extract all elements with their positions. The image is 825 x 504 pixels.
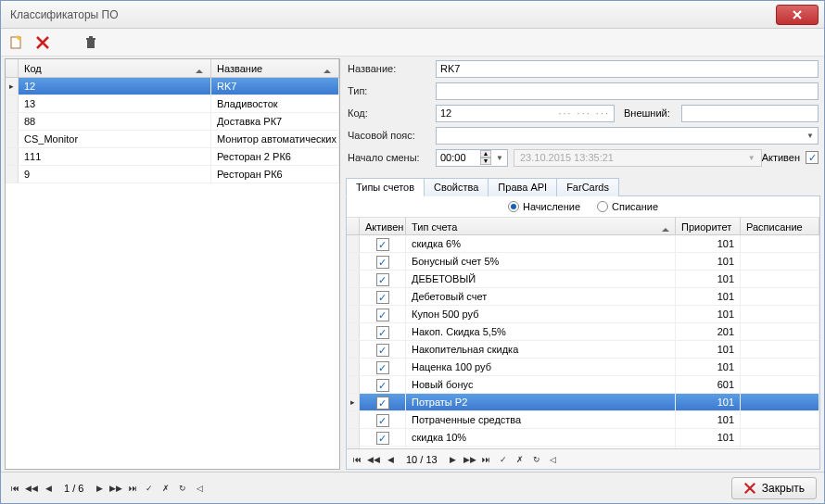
active-checkbox[interactable] (376, 256, 389, 269)
classifier-row[interactable]: 13Владивосток (6, 95, 339, 113)
row-handle (347, 359, 360, 375)
tab-2[interactable]: Права API (488, 178, 557, 196)
pager-refresh-icon[interactable]: ↻ (176, 482, 189, 495)
account-row[interactable]: ДЕБЕТОВЫЙ101 (347, 271, 819, 288)
col-priority[interactable]: Приоритет (676, 218, 741, 234)
pager-filter-icon[interactable]: ◁ (193, 482, 206, 495)
pager-next-icon[interactable]: ▶ (93, 482, 106, 495)
type-field[interactable] (436, 82, 819, 100)
pager-commit-icon[interactable]: ✓ (143, 482, 156, 495)
row-handle (347, 376, 360, 393)
pager-first-icon[interactable]: ⏮ (8, 482, 21, 495)
account-row[interactable]: Новый бонус601 (347, 376, 819, 394)
cell-code: 12 (19, 78, 211, 94)
col-code[interactable]: Код (19, 59, 211, 77)
active-checkbox[interactable] (376, 397, 389, 410)
col-account-type[interactable]: Тип счета (406, 218, 676, 234)
active-checkbox[interactable] (376, 291, 389, 304)
cell-active[interactable] (360, 359, 406, 375)
col-name[interactable]: Название (211, 59, 339, 77)
shift-start-field[interactable]: 00:00 ▲ ▼ ▼ (436, 149, 508, 167)
account-row[interactable]: Купон 500 руб101 (347, 306, 819, 323)
pager-commit-icon[interactable]: ✓ (497, 453, 510, 466)
active-checkbox[interactable] (376, 309, 389, 321)
row-handle (347, 306, 360, 322)
cell-active[interactable] (360, 288, 406, 305)
col-schedule[interactable]: Расписание (741, 218, 819, 234)
name-field[interactable] (436, 60, 819, 78)
cell-type: Накопительная скидка (406, 341, 676, 358)
cell-active[interactable] (360, 271, 406, 287)
classifier-row[interactable]: CS_MonitorМонитор автоматических (6, 131, 339, 148)
active-checkbox[interactable] (376, 344, 389, 357)
classifier-row[interactable]: 111Ресторан 2 РК6 (6, 148, 339, 166)
row-handle (6, 166, 19, 183)
account-row[interactable]: Потраченные средства101 (347, 411, 819, 429)
tab-1[interactable]: Свойства (424, 178, 489, 196)
active-checkbox[interactable] (806, 151, 819, 164)
pager-first-icon[interactable]: ⏮ (350, 453, 363, 466)
pager-refresh-icon[interactable]: ↻ (530, 453, 543, 466)
account-row[interactable]: скидка 10%101 (347, 429, 819, 447)
pager-prev-icon[interactable]: ◀ (384, 453, 397, 466)
account-row[interactable]: Наценка 100 руб101 (347, 359, 819, 376)
account-row[interactable]: Потраты Р2101 (347, 394, 819, 411)
spin-down-icon[interactable]: ▼ (480, 158, 491, 165)
row-handle (347, 235, 360, 252)
account-row[interactable]: Накоп. Скидка 5,5%201 (347, 323, 819, 341)
external-field[interactable] (681, 105, 819, 122)
pager-next-page-icon[interactable]: ▶▶ (463, 453, 476, 466)
pager-next-icon[interactable]: ▶ (447, 453, 460, 466)
active-checkbox[interactable] (376, 361, 389, 374)
code-field[interactable]: 12 ··· ··· ··· (436, 105, 615, 122)
trash-icon[interactable] (82, 34, 99, 51)
cell-schedule (741, 411, 819, 428)
cell-active[interactable] (360, 429, 406, 446)
accrual-radio[interactable]: Начисление (508, 201, 580, 212)
pager-last-icon[interactable]: ⏭ (126, 482, 139, 495)
active-checkbox[interactable] (376, 379, 389, 392)
active-checkbox[interactable] (376, 432, 389, 445)
pager-prev-page-icon[interactable]: ◀◀ (25, 482, 38, 495)
cell-type: ДЕБЕТОВЫЙ (406, 271, 676, 287)
classifier-row[interactable]: 9Ресторан РК6 (6, 166, 339, 183)
account-row[interactable]: скидка 6%101 (347, 235, 819, 253)
spin-up-icon[interactable]: ▲ (480, 150, 491, 158)
active-checkbox[interactable] (376, 414, 389, 427)
cell-active[interactable] (360, 341, 406, 358)
pager-last-icon[interactable]: ⏭ (480, 453, 493, 466)
cell-active[interactable] (360, 376, 406, 393)
cell-active[interactable] (360, 235, 406, 252)
active-checkbox[interactable] (376, 273, 389, 286)
active-checkbox[interactable] (376, 238, 389, 251)
delete-x-icon[interactable] (34, 34, 51, 51)
tz-combo[interactable]: ▼ (436, 127, 819, 145)
code-ellipsis-icon[interactable]: ··· ··· ··· (558, 107, 610, 119)
pager-cancel-icon[interactable]: ✗ (159, 482, 172, 495)
window-close-button[interactable] (776, 5, 819, 25)
pager-cancel-icon[interactable]: ✗ (514, 453, 527, 466)
pager-prev-page-icon[interactable]: ◀◀ (367, 453, 380, 466)
classifier-row[interactable]: 88Доставка РК7 (6, 113, 339, 131)
cell-active[interactable] (360, 411, 406, 428)
cell-active[interactable] (360, 394, 406, 410)
active-checkbox[interactable] (376, 326, 389, 339)
new-icon[interactable] (8, 34, 25, 51)
pager-filter-icon[interactable]: ◁ (547, 453, 560, 466)
tab-0[interactable]: Типы счетов (346, 178, 425, 196)
pager-next-page-icon[interactable]: ▶▶ (109, 482, 122, 495)
cell-active[interactable] (360, 253, 406, 270)
writeoff-radio[interactable]: Списание (597, 201, 658, 212)
pager-prev-icon[interactable]: ◀ (42, 482, 55, 495)
classifier-row[interactable]: 12RK7 (6, 78, 339, 95)
tab-3[interactable]: FarCards (556, 178, 619, 196)
cell-active[interactable] (360, 306, 406, 322)
account-row[interactable]: Бонусный счет 5%101 (347, 253, 819, 271)
dropdown-icon[interactable]: ▼ (496, 154, 503, 162)
account-row[interactable]: Дебетовый счет101 (347, 288, 819, 306)
close-button[interactable]: Закрыть (731, 477, 817, 499)
account-row[interactable]: Накопительная скидка101 (347, 341, 819, 359)
col-active[interactable]: Активен (360, 218, 406, 234)
cell-type: Потраченные средства (406, 411, 676, 428)
cell-active[interactable] (360, 323, 406, 340)
